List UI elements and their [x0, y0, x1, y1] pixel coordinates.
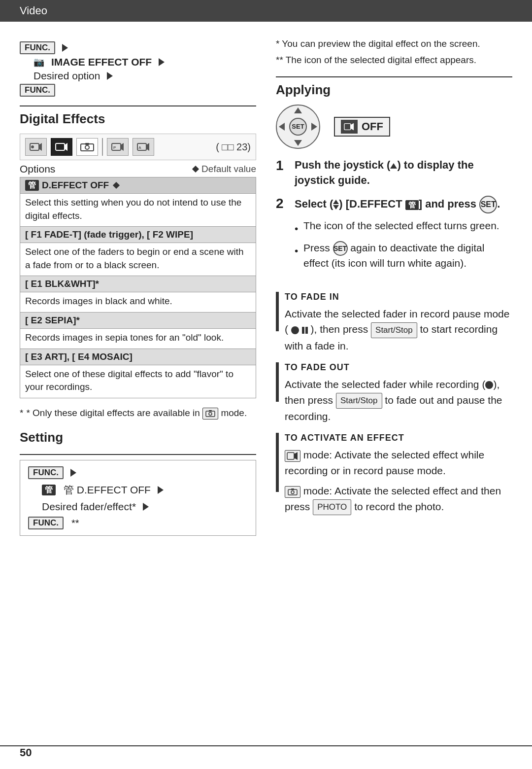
- top-bar: Video: [0, 0, 532, 22]
- triangle-up-icon-1: [390, 163, 397, 169]
- page-ref: ( □□ 23): [216, 141, 251, 153]
- mode-icon-2: [51, 138, 72, 156]
- image-effect-label: IMAGE EFFECT OFF: [51, 56, 152, 68]
- mode-icon-1: [25, 138, 47, 156]
- opt-header-sepia: [ E2 SEPIA]*: [20, 313, 256, 329]
- svg-marker-18: [351, 123, 354, 131]
- setting-func-btn-2[interactable]: FUNC.: [28, 517, 64, 529]
- step-2-text: Select () [D.EFFECT 管] and press SET. • …: [295, 196, 512, 275]
- svg-rect-17: [344, 123, 351, 130]
- setting-title: Setting: [20, 430, 256, 445]
- to-activate-body-2: mode: Activate the selected effect and t…: [285, 483, 512, 515]
- func-row-4: FUNC.: [20, 84, 256, 97]
- opt-row-4: [ E2 SEPIA]* Records images in sepia ton…: [20, 313, 256, 349]
- default-value-label: Default value: [193, 164, 256, 175]
- off-badge: OFF: [334, 117, 390, 137]
- svg-rect-23: [291, 489, 294, 490]
- func-area-top: FUNC. 📷 IMAGE EFFECT OFF Desired option …: [20, 41, 256, 97]
- footnote-1: * * Only these digital effects are avail…: [20, 406, 256, 420]
- opt-desc-1: Select this setting when you do not inte…: [20, 194, 256, 226]
- setting-arrow-1: [70, 469, 76, 477]
- joystick-diagram: SET: [276, 105, 320, 149]
- side-bar-fade-out: [276, 362, 279, 402]
- side-bar-fade-in: [276, 292, 279, 331]
- setting-func-row-1: FUNC.: [28, 466, 248, 479]
- svg-rect-3: [56, 143, 65, 150]
- opt-row-2: [ F1 FADE-T] (fade trigger), [ F2 WIPE] …: [20, 227, 256, 276]
- step-2: 2 Select () [D.EFFECT 管] and press SET. …: [276, 196, 512, 275]
- camera-mode-inline-icon: [202, 408, 218, 419]
- mode-icons-strip: P A ( □□ 23): [20, 134, 256, 160]
- off-symbol: 📷: [33, 57, 44, 68]
- footnote-area: * * Only these digital effects are avail…: [20, 403, 256, 420]
- options-header: Options Default value: [20, 163, 256, 175]
- bottom-line: [0, 745, 532, 746]
- opt-desc-5: Select one of these digital effects to a…: [20, 365, 256, 398]
- to-activate-section: TO ACTIVATE AN EFFECT mode: Activate the…: [276, 433, 512, 515]
- func-button-2[interactable]: FUNC.: [20, 84, 55, 97]
- svg-text:P: P: [113, 145, 116, 150]
- divider-setting: [20, 454, 256, 455]
- opt-row-1: 管 D.EFFECT OFF Select this setting when …: [20, 177, 256, 227]
- opt-header-deffect: 管 D.EFFECT OFF: [20, 177, 256, 194]
- to-fade-in-section: TO FADE IN Activate the selected fader i…: [276, 292, 512, 353]
- joystick-arrow-left-icon: [279, 123, 285, 131]
- star-notes: * You can preview the digital effect on …: [276, 36, 512, 70]
- svg-marker-20: [294, 452, 298, 460]
- mode-icon-camera: [76, 138, 98, 156]
- mode-icon-4: A: [133, 138, 154, 156]
- opt-header-fade: [ F1 FADE-T] (fade trigger), [ F2 WIPE]: [20, 227, 256, 243]
- to-fade-in-content: TO FADE IN Activate the selected fader i…: [285, 292, 512, 353]
- opt-desc-4: Records images in sepia tones for an "ol…: [20, 329, 256, 349]
- opt-desc-2: Select one of the faders to begin or end…: [20, 243, 256, 276]
- divider-applying: [276, 76, 512, 77]
- to-fade-out-section: TO FADE OUT Activate the selected fader …: [276, 362, 512, 424]
- setting-double-star: **: [71, 518, 79, 529]
- rec-mode-icon-1: [285, 450, 300, 462]
- triangle-updown-icon: [333, 200, 339, 210]
- record-dot-icon-2: [485, 381, 493, 389]
- digital-effects-title: Digital Effects: [20, 111, 256, 127]
- video-rec-icon: [341, 120, 358, 134]
- joystick-arrow-down-icon: [294, 140, 302, 146]
- options-table: 管 D.EFFECT OFF Select this setting when …: [20, 177, 256, 398]
- step-1: 1 Push the joystick () to display the jo…: [276, 158, 512, 188]
- to-activate-body-1: mode: Activate the selected effect while…: [285, 447, 512, 478]
- opt-row-5: [ E3 ART], [ E4 MOSAIC] Select one of th…: [20, 349, 256, 398]
- off-text: OFF: [362, 120, 383, 133]
- star-note-2: ** The icon of the selected digital effe…: [276, 53, 512, 67]
- setting-func-area: FUNC. 管 管 D.EFFECT OFF Desired fader/eff…: [20, 460, 256, 536]
- side-bar-activate: [276, 433, 279, 492]
- func-row-3: Desired option: [33, 70, 256, 82]
- opt-desc-3: Records images in black and white.: [20, 292, 256, 312]
- setting-arrow-3: [143, 503, 149, 511]
- deffect-inline-icon: 管: [405, 200, 419, 210]
- opt-header-blkwht: [ E1 BLK&WHT]*: [20, 276, 256, 292]
- svg-rect-14: [206, 411, 215, 417]
- diamond-icon: [192, 166, 199, 173]
- page-content: FUNC. 📷 IMAGE EFFECT OFF Desired option …: [0, 22, 532, 769]
- setting-func-btn-1[interactable]: FUNC.: [28, 466, 64, 479]
- func-row-2: 📷 IMAGE EFFECT OFF: [33, 56, 256, 68]
- page-title: Video: [20, 4, 47, 17]
- joystick-arrow-right-icon: [311, 123, 317, 131]
- to-activate-content: TO ACTIVATE AN EFFECT mode: Activate the…: [285, 433, 512, 515]
- divider-1: [20, 105, 256, 106]
- star-note-1: * You can preview the digital effect on …: [276, 36, 512, 51]
- step-2-sub: • The icon of the selected effect turns …: [295, 218, 512, 271]
- setting-deffect-icon: 管: [42, 485, 56, 495]
- to-fade-out-content: TO FADE OUT Activate the selected fader …: [285, 362, 512, 424]
- to-fade-in-title: TO FADE IN: [285, 292, 512, 302]
- to-activate-title: TO ACTIVATE AN EFFECT: [285, 433, 512, 443]
- func-button-1[interactable]: FUNC.: [20, 41, 55, 54]
- joystick-set-label: SET: [289, 118, 307, 136]
- svg-rect-7: [85, 143, 89, 145]
- opt-header-art: [ E3 ART], [ E4 MOSAIC]: [20, 349, 256, 365]
- svg-point-2: [31, 145, 34, 148]
- svg-rect-21: [288, 489, 297, 495]
- tri-up-icon: [333, 200, 339, 204]
- setting-arrow-2: [158, 486, 164, 494]
- setting-func-row-2: 管 管 D.EFFECT OFF: [42, 483, 248, 497]
- setting-fader-label: Desired fader/effect*: [42, 501, 136, 513]
- cam-mode-icon-inline: [285, 486, 300, 498]
